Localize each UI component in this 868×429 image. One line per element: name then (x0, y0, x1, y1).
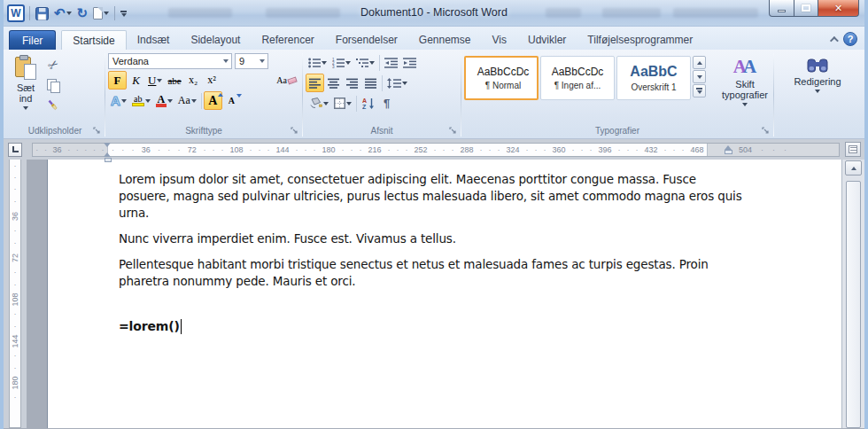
caret-down-icon (742, 103, 748, 106)
tab-gennemse[interactable]: Gennemse (408, 30, 482, 50)
ruler-segment: ···72 (154, 144, 200, 156)
text-cursor (181, 319, 182, 334)
style-preview: AaBbC (630, 64, 677, 80)
align-left-icon (309, 78, 322, 89)
tab-udvikler[interactable]: Udvikler (517, 30, 577, 50)
align-right-button[interactable] (343, 74, 361, 92)
tab-forsendelser[interactable]: Forsendelser (325, 30, 408, 50)
document-page[interactable]: Lorem ipsum dolor sit amet, consectetuer… (48, 160, 841, 428)
paragraph[interactable]: Nunc viverra imperdiet enim. Fusce est. … (119, 230, 772, 247)
align-center-button[interactable] (324, 74, 343, 92)
tab-referencer[interactable]: Referencer (251, 30, 324, 50)
ruler-segment: ···324 (477, 144, 523, 156)
multilevel-list-button[interactable] (353, 53, 377, 72)
shrink-font-button[interactable]: A (222, 91, 241, 110)
collapse-ribbon-icon[interactable] (830, 35, 839, 44)
format-painter-button[interactable] (43, 96, 62, 114)
borders-button[interactable] (331, 94, 354, 113)
highlight-button[interactable]: ab (129, 91, 153, 110)
justify-icon (365, 78, 377, 89)
strikethrough-button[interactable]: abe (165, 71, 183, 90)
underline-button[interactable]: U (145, 71, 165, 90)
document-body: Lorem ipsum dolor sit amet, consectetuer… (119, 171, 772, 290)
change-styles-icon: AA (733, 57, 756, 76)
caret-down-icon (323, 102, 329, 105)
group-label-font: Skrifttype (108, 125, 299, 138)
decrease-indent-button[interactable] (382, 53, 400, 72)
tab-filer[interactable]: Filer (9, 30, 56, 50)
tab-sidelayout[interactable]: Sidelayout (180, 30, 251, 50)
left-indent-marker[interactable] (104, 143, 112, 162)
sort-button[interactable]: AZ (359, 94, 377, 113)
align-right-icon (346, 78, 359, 89)
right-indent-marker[interactable] (725, 150, 732, 154)
change-case-button[interactable]: Aa (175, 91, 199, 110)
style-preview: AaBbCcDc (552, 66, 604, 78)
italic-button[interactable]: K (127, 71, 145, 90)
font-color-button[interactable]: A (153, 91, 175, 110)
dialog-launcher-icon[interactable] (761, 126, 771, 136)
group-editing: Redigering (774, 51, 861, 138)
bullets-button[interactable] (306, 53, 329, 72)
caret-down-icon (145, 99, 151, 103)
maximize-button[interactable] (794, 0, 818, 17)
paste-button[interactable]: Sæt ind (8, 52, 43, 125)
style-card--ingen-af-[interactable]: AaBbCcDc¶ Ingen af... (540, 56, 615, 100)
dialog-launcher-icon[interactable] (290, 126, 299, 136)
cut-button[interactable]: ✂ (43, 55, 62, 74)
paste-icon (15, 57, 36, 80)
superscript-button[interactable]: x² (203, 71, 221, 90)
dialog-launcher-icon[interactable] (92, 126, 102, 136)
styles-more-button[interactable] (693, 84, 706, 98)
eraser-icon (287, 76, 297, 84)
show-paragraph-marks-button[interactable]: ¶ (377, 94, 396, 113)
tab-indsæt[interactable]: Indsæt (127, 30, 181, 50)
increase-indent-button[interactable] (400, 53, 419, 72)
minimize-button[interactable] (769, 0, 794, 17)
command-line[interactable]: =lorem() (119, 318, 772, 335)
font-size-value: 9 (239, 56, 244, 66)
style-card-overskrift-1[interactable]: AaBbCOverskrift 1 (616, 56, 691, 100)
scroll-up-button[interactable] (845, 160, 862, 176)
svg-text:A: A (362, 98, 367, 104)
group-label-paragraph: Afsnit (306, 125, 458, 138)
minimize-icon (778, 10, 786, 12)
close-button[interactable]: ✕ (818, 0, 859, 17)
help-button[interactable]: ? (843, 32, 857, 46)
change-styles-button[interactable]: AA Skift typografier (711, 52, 779, 125)
paragraph[interactable]: Lorem ipsum dolor sit amet, consectetuer… (119, 171, 772, 222)
vertical-ruler[interactable]: ··· ·36··72··108··144··180· (9, 160, 21, 428)
font-name-select[interactable]: Verdana (108, 53, 232, 69)
text-effects-button[interactable]: A (108, 91, 129, 110)
scrollbar-thumb[interactable] (846, 181, 861, 428)
tab-vis[interactable]: Vis (482, 30, 517, 50)
style-card--normal[interactable]: AaBbCcDc¶ Normal (464, 56, 539, 100)
editing-button[interactable]: Redigering (789, 52, 845, 138)
caret-down-icon (191, 99, 197, 103)
tab-tilføjelsesprogrammer[interactable]: Tilføjelsesprogrammer (577, 30, 703, 50)
ruler-toggle-button[interactable] (845, 142, 861, 157)
svg-text:3: 3 (332, 64, 335, 67)
clear-formatting-button[interactable]: Aa (274, 71, 299, 90)
shading-button[interactable] (306, 94, 331, 113)
pilcrow-icon: ¶ (384, 97, 390, 110)
align-left-button[interactable] (306, 74, 324, 92)
ruler-segment: ···360 (523, 144, 569, 156)
numbering-button[interactable]: 123 (329, 53, 353, 72)
subscript-button[interactable]: x₂ (184, 71, 203, 90)
styles-scroll-up-button[interactable] (693, 56, 706, 69)
paragraph[interactable]: Pellentesque habitant morbi tristique se… (119, 256, 772, 290)
bold-button[interactable]: F (108, 71, 127, 90)
copy-button[interactable] (43, 75, 62, 94)
styles-scroll-down-button[interactable] (693, 70, 706, 83)
grow-font-button[interactable]: A (204, 91, 222, 110)
justify-button[interactable] (361, 74, 380, 92)
line-spacing-button[interactable] (384, 74, 410, 92)
font-size-select[interactable]: 9 (235, 53, 268, 69)
dialog-launcher-icon[interactable] (448, 126, 458, 136)
titlebar: W ↶ ↻ Dokument10 - Microsoft Word (4, 0, 864, 27)
tab-startside[interactable]: Startside (61, 30, 126, 50)
caret-down-icon (223, 59, 229, 63)
horizontal-ruler[interactable]: ··36····· ···36···72···108···144···180··… (32, 143, 840, 157)
tab-stop-selector[interactable] (8, 143, 22, 157)
